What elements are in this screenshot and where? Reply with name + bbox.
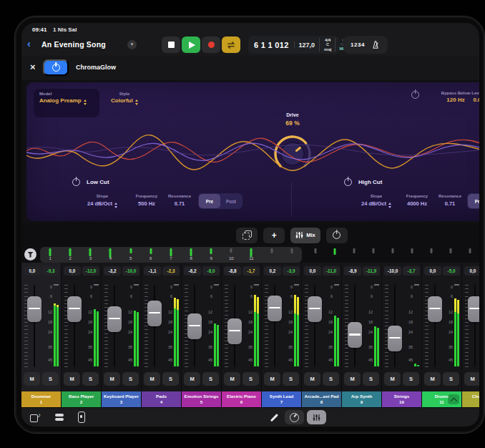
plugin-power-button[interactable] [43,59,69,76]
track-label[interactable]: Drummer 1 [21,391,61,407]
model-selector[interactable]: Model Analog Preamp [34,89,99,117]
style-selector[interactable]: Style Colorful [111,92,138,105]
volume-value[interactable]: 0,0 [424,266,441,276]
channel-strip[interactable]: 0,0 -11,0 061218243545 M S Arcade...eet … [302,263,341,407]
low-cut-power-icon[interactable] [72,178,80,186]
time-signature[interactable]: 4/4 C maj [319,38,331,52]
channel-strip[interactable]: 0,0 061218243545 M S Chorus V 12 [462,263,479,407]
mute-button[interactable]: M [24,372,40,386]
low-cut-slope[interactable]: Slope 24 dB/Oct [87,194,117,208]
lcd-display[interactable]: 6 1 1 012 127,0 4/4 C maj In Out MIDI [248,36,340,54]
volume-value[interactable]: 0,0 [464,266,479,276]
volume-value[interactable]: 0,0 [24,266,41,276]
close-icon[interactable]: × [30,62,36,72]
solo-button[interactable]: S [202,372,219,386]
playhead-position[interactable]: 6 1 1 012 [254,41,289,49]
filter-tracks-icon[interactable] [24,248,36,260]
peak-value[interactable]: -3,7 [403,266,420,276]
fader-handle[interactable] [147,301,162,326]
overview-track[interactable] [364,247,383,263]
track-label[interactable]: Strings 10 [382,391,421,407]
overview-track[interactable] [325,247,345,263]
solo-button[interactable]: S [42,372,59,386]
track-label[interactable]: Pads 4 [142,391,181,407]
mute-button[interactable]: M [424,372,441,386]
fader-handle[interactable] [187,313,202,339]
record-button[interactable] [202,36,220,53]
volume-value[interactable]: 0,0 [304,266,321,276]
fader-handle[interactable] [308,296,322,322]
high-cut-resonance[interactable]: Resonance 0.71 [439,194,461,207]
mute-button[interactable]: M [384,372,401,386]
volume-value[interactable]: -6,2 [184,266,201,276]
overview-track[interactable]: 6 [141,247,161,263]
peak-value[interactable]: -1,7 [242,266,260,276]
overview-track[interactable] [421,247,441,263]
volume-value[interactable]: 0,0 [64,266,81,276]
cycle-button[interactable] [222,36,240,53]
channel-strip[interactable]: -8,8 -1,7 061218243545 M S Electric Pian… [222,263,261,407]
play-button[interactable] [182,36,200,53]
tracks-view-icon[interactable] [55,414,64,421]
post-button[interactable]: Post [220,194,242,208]
solo-button[interactable]: S [82,372,99,386]
knob-view-button[interactable] [285,410,304,424]
solo-button[interactable]: S [122,372,139,386]
overview-track[interactable]: 11 [241,247,261,263]
high-cut-power-icon[interactable] [344,178,352,186]
mute-button[interactable]: M [304,372,320,386]
solo-button[interactable]: S [323,372,339,386]
track-label[interactable]: Arp Synth 9 [342,391,381,407]
mute-button[interactable]: M [344,372,361,386]
fader-handle[interactable] [27,296,41,322]
mix-view-button[interactable]: Mix [290,228,320,243]
track-label[interactable]: Bass Player 2 [62,391,101,407]
channel-strip[interactable]: -6,2 -8,0 061218243545 M S Emotion Strin… [182,263,221,407]
fader-view-icon[interactable] [78,412,85,423]
pencil-icon[interactable] [270,414,278,422]
volume-value[interactable]: -1,1 [144,266,161,276]
track-label[interactable]: Emotion Strings 5 [182,391,221,407]
fader-handle[interactable] [227,318,242,344]
tempo-value[interactable]: 127,0 [294,42,315,49]
channel-strip[interactable]: 0,0 -5,0 061218243545 M S Drums 11 [422,263,461,407]
pre-button[interactable]: Pre [199,194,220,208]
peak-value[interactable]: -9,3 [42,266,59,276]
loop-browser-icon[interactable]: ♪ [30,413,41,422]
channel-strip[interactable]: 0,2 -3,9 061218243545 M S Synth Lead 7 [262,263,301,407]
visible-tracks-region[interactable]: 1 2 3 4 5 6 7 8 9 10 11 [40,247,302,263]
overview-track[interactable]: 5 [121,247,141,263]
back-chevron-icon[interactable]: ‹ [27,37,31,49]
model-value[interactable]: Analog Preamp [39,97,99,105]
solo-button[interactable]: S [403,372,419,386]
channel-strip[interactable]: -3,2 -10,0 061218243545 M S Keyboard Pla… [102,263,141,407]
overview-track[interactable] [402,247,421,263]
overview-track[interactable] [441,247,460,263]
channel-strip[interactable]: -10,0 -3,7 061218243545 M S Strings 10 [382,263,421,407]
mute-button[interactable]: M [104,372,120,386]
overview-track[interactable]: 4 [100,247,120,263]
track-label[interactable]: Drums 11 [422,391,461,407]
overview-track[interactable]: 3 [80,247,100,263]
title-dropdown-icon[interactable]: ▾ [127,40,137,49]
overview-track[interactable] [460,247,479,263]
channel-strip[interactable]: 0,0 -9,3 061218243545 M S Drummer 1 [21,263,61,407]
overview-track[interactable]: 7 [161,247,181,263]
fader-handle[interactable] [388,326,402,351]
peak-value[interactable]: -12,0 [82,266,99,276]
mute-button[interactable]: M [264,372,280,386]
peak-value[interactable]: -11,9 [363,266,380,276]
track-label[interactable]: Synth Lead 7 [262,391,301,407]
overview-track[interactable]: 1 [40,247,60,263]
channel-strip[interactable]: -8,9 -11,9 061218243545 M S Arp Synth 9 [342,263,381,407]
fader-handle[interactable] [348,322,362,348]
fader-handle[interactable] [428,296,442,322]
solo-button[interactable]: S [443,372,459,386]
mute-button[interactable]: M [184,372,200,386]
mixer-power-button[interactable] [326,228,348,243]
pre-button[interactable]: Pre [468,194,479,208]
overview-track[interactable] [306,247,325,263]
low-cut-frequency[interactable]: Frequency 500 Hz [136,194,157,207]
overview-track[interactable]: 10 [221,247,241,263]
volume-value[interactable]: -8,9 [344,266,361,276]
